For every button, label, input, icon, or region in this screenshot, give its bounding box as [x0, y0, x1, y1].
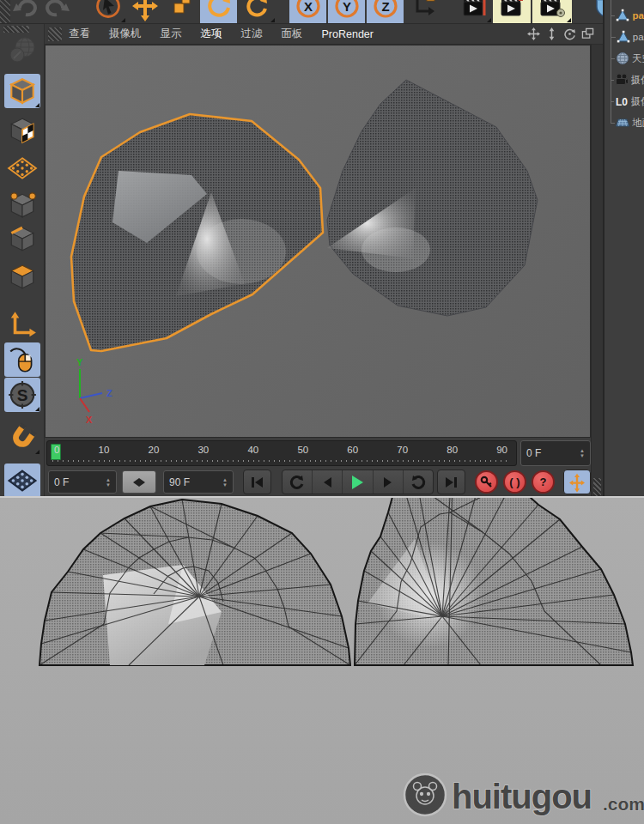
rotate-view-icon[interactable] [563, 27, 576, 40]
palette-drag-handle[interactable] [3, 26, 29, 33]
object-label[interactable]: pas [632, 10, 644, 21]
transport-bar: 0 F ▲▼ 90 F ▲▼ [45, 469, 591, 496]
range-end-field[interactable]: 90 F ▲▼ [163, 470, 234, 494]
toolbar-separator [443, 0, 455, 23]
play-loop-back-icon [289, 475, 305, 490]
object-label[interactable]: 摄像机 [631, 95, 644, 108]
go-to-start-button[interactable] [243, 470, 271, 494]
quantize-button[interactable] [4, 464, 40, 498]
current-frame-field[interactable]: 0 F ▲▼ [520, 440, 591, 466]
play-loop-back-button[interactable] [283, 470, 313, 494]
model-mode-button[interactable] [4, 74, 40, 108]
wireframe-render-view: huitugou .com [0, 496, 644, 824]
rotate-tool-icon [204, 0, 234, 22]
range-start-field[interactable]: 0 F ▲▼ [48, 470, 117, 494]
move-tool-button[interactable] [126, 0, 163, 23]
ruler-tick-labels: 010 2030 4050 6070 8090 [54, 445, 507, 455]
range-start-spinner[interactable]: ▲▼ [106, 477, 111, 488]
autokeying-icon: ( ) [509, 476, 519, 488]
polygons-mode-button[interactable] [4, 259, 40, 294]
menu-camera[interactable]: 摄像机 [109, 27, 142, 41]
workplane-mode-button[interactable] [4, 151, 40, 185]
menu-display[interactable]: 显示 [161, 27, 182, 41]
panel-splitter[interactable] [591, 45, 603, 496]
autokeying-button[interactable]: ( ) [503, 470, 526, 494]
wireframe-mesh-left [39, 500, 350, 665]
axis-y-label: Y [76, 357, 83, 367]
render-view-icon [459, 0, 489, 22]
rotate-tool-button[interactable] [200, 0, 237, 23]
app-root: X Y Z [0, 0, 644, 824]
menu-prorender[interactable]: ProRender [322, 28, 374, 40]
object-row-sky[interactable]: 天空 [605, 50, 644, 67]
menu-filter[interactable]: 过滤 [241, 27, 263, 41]
step-forward-button[interactable] [139, 471, 155, 493]
viewport-tweak-button[interactable] [4, 342, 40, 377]
texture-mode-button[interactable] [4, 113, 40, 148]
object-row-camera[interactable]: 摄像机 [605, 71, 644, 88]
record-keyframe-button[interactable] [475, 470, 498, 494]
redo-button[interactable] [41, 0, 72, 23]
menubar-drag-handle[interactable] [48, 27, 62, 41]
step-back-button[interactable] [123, 471, 139, 493]
play-loop-forward-button[interactable] [404, 470, 433, 494]
menu-panel[interactable]: 面板 [282, 27, 303, 41]
go-to-end-button[interactable] [437, 470, 465, 494]
object-row-pas-2[interactable]: pas [605, 28, 644, 45]
menu-view[interactable]: 查看 [69, 27, 90, 41]
object-row-pas-1[interactable]: pas [605, 7, 644, 24]
object-row-camera-stage[interactable]: L0 摄像机 [605, 93, 644, 110]
toolbar-separator [572, 0, 591, 23]
axis-z-label: Z [106, 388, 112, 398]
toolbar-separator [72, 0, 89, 23]
play-forward-button[interactable] [343, 470, 373, 494]
frame-spinner[interactable]: ▲▼ [580, 448, 585, 458]
make-editable-button[interactable] [4, 33, 40, 67]
keyframe-help-button[interactable]: ? [532, 470, 555, 494]
keyframe-help-icon: ? [540, 476, 547, 488]
lock-x-button[interactable]: X [289, 0, 326, 23]
move-pane-button[interactable] [563, 470, 591, 494]
object-label[interactable]: 地面 [632, 117, 644, 130]
next-frame-button[interactable] [374, 470, 404, 494]
lock-y-icon: Y [332, 0, 361, 22]
viewport-nav-icons [527, 27, 603, 40]
render-picture-viewer-icon [497, 0, 526, 22]
texture-mode-icon [7, 115, 38, 146]
content-browser-button[interactable] [591, 0, 603, 23]
magnet-snap-button[interactable] [4, 421, 40, 455]
lock-y-button[interactable]: Y [328, 0, 365, 23]
last-tool-button[interactable] [237, 0, 276, 23]
make-editable-globe-icon [7, 34, 38, 65]
object-label[interactable]: pas [633, 32, 644, 42]
pan-view-icon[interactable] [527, 27, 540, 40]
points-mode-button[interactable] [4, 187, 40, 221]
coordinate-system-button[interactable] [404, 0, 443, 23]
selected-mesh-object[interactable] [71, 114, 323, 351]
menu-options[interactable]: 选项 [201, 27, 222, 41]
dolly-view-icon[interactable] [545, 27, 558, 40]
toggle-views-icon[interactable] [581, 27, 594, 40]
previous-frame-button[interactable] [313, 470, 343, 494]
live-selection-button[interactable] [89, 0, 126, 23]
enable-axis-button[interactable] [4, 307, 40, 342]
object-label[interactable]: 天空 [632, 52, 644, 65]
object-label[interactable]: 摄像机 [631, 74, 644, 87]
tree-stub [611, 101, 614, 102]
snap-settings-button[interactable]: S [4, 378, 40, 412]
scale-tool-button[interactable] [163, 0, 200, 23]
toolbar-drag-handle[interactable] [0, 0, 10, 23]
edges-mode-button[interactable] [4, 221, 40, 256]
timeline-ruler[interactable]: 010 2030 4050 6070 8090 [46, 440, 517, 466]
object-row-floor[interactable]: 地面 [605, 114, 644, 131]
render-picture-viewer-button[interactable] [493, 0, 531, 23]
lock-z-button[interactable]: Z [367, 0, 404, 23]
unselected-mesh-object[interactable] [327, 80, 538, 316]
3d-viewport[interactable]: Y Z X [45, 45, 591, 438]
wireframe-canvas: huitugou .com [0, 498, 644, 824]
render-settings-button[interactable] [532, 0, 572, 23]
range-end-spinner[interactable]: ▲▼ [222, 477, 228, 488]
polygons-mode-icon [7, 261, 38, 292]
undo-button[interactable] [10, 0, 41, 23]
render-view-button[interactable] [455, 0, 492, 23]
